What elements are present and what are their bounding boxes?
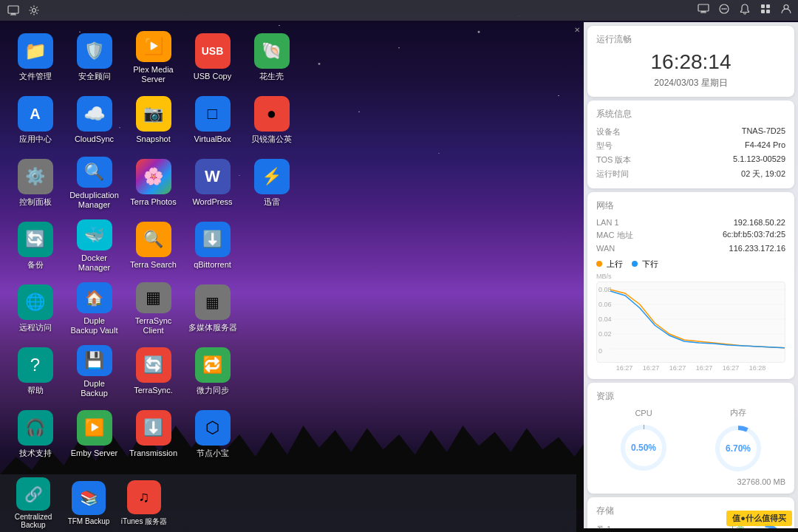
widget-close-button[interactable]: ✕ <box>572 24 582 35</box>
upload-legend: 上行 <box>607 259 623 268</box>
dock: 🔗 Centralized Backup 📚 TFM Backup ♫ iTun… <box>0 474 576 532</box>
storage-info: 卷 1 正常 已用空间 609.35 GB 可用空间 3.03 TB <box>596 523 745 528</box>
clock-title: 运行流畅 <box>596 33 785 46</box>
icons-area: 📁 文件管理 A 应用中心 ⚙️ 控制面板 🔄 备份 🌐 远程访问 ? 帮助 🎧… <box>0 21 576 473</box>
widget-panel: 运行流畅 16:28:14 2024/03/03 星期日 系统信息 设备名 TN… <box>584 22 798 528</box>
svg-rect-13 <box>761 10 765 13</box>
icon-qbittorrent[interactable]: ⬇️ qBittorrent <box>185 216 240 276</box>
taskbar-right <box>576 0 798 21</box>
svg-rect-1 <box>11 13 16 15</box>
icon-terrasync[interactable]: 🔄 TerraSync. <box>126 342 181 401</box>
icon-remote-access[interactable]: 🌐 远程访问 <box>7 279 63 338</box>
icon-wordpress[interactable]: W WordPress <box>185 154 240 213</box>
svg-rect-14 <box>766 10 770 13</box>
svg-rect-5 <box>701 11 706 13</box>
icon-terra-photos[interactable]: 🌸 Terra Photos <box>126 154 181 213</box>
icon-transmission[interactable]: ⬇️ Transmission <box>126 405 181 464</box>
svg-rect-6 <box>700 13 706 13</box>
icon-backup[interactable]: 🔄 备份 <box>7 216 63 276</box>
icon-media-server[interactable]: ▦ 多媒体服务器 <box>185 279 240 338</box>
chart-x-labels: 16:2716:2716:2716:2716:2716:28 <box>596 364 785 372</box>
memory-total: 32768.00 MB <box>596 477 785 486</box>
dock-tfm-backup[interactable]: 📚 TFM Backup <box>63 477 115 529</box>
taskbar-grid-icon[interactable] <box>760 3 771 18</box>
icon-control-panel[interactable]: ⚙️ 控制面板 <box>7 154 63 213</box>
network-widget: 网络 LAN 1 192.168.50.22 MAC 地址 6c:bf:b5:0… <box>587 192 794 379</box>
icon-terrasync-client[interactable]: ▦ TerraSync Client <box>126 279 181 338</box>
icon-usb-copy[interactable]: USB USB Copy <box>185 28 240 87</box>
icon-deduplication[interactable]: 🔍 Deduplication Manager <box>66 154 122 213</box>
icon-emby-server[interactable]: ▶️ Emby Server <box>66 405 122 464</box>
icon-cloudsync[interactable]: ☁️ CloudSync <box>66 91 122 150</box>
svg-rect-2 <box>10 15 16 16</box>
network-legend: 上行 下行 <box>596 259 785 270</box>
dock-itunes[interactable]: ♫ iTunes 服务器 <box>118 477 170 529</box>
resources-title: 资源 <box>596 390 785 403</box>
icon-huashenke[interactable]: 🐚 花生壳 <box>244 28 299 87</box>
system-row-1: 型号 F4-424 Pro <box>596 139 785 153</box>
icon-jiedian[interactable]: ⬡ 节点小宝 <box>185 405 240 464</box>
svg-point-8 <box>722 8 723 10</box>
taskbar-user-icon[interactable] <box>780 3 792 18</box>
download-legend: 下行 <box>642 259 658 268</box>
cpu-resource: CPU 0.50% <box>618 409 669 474</box>
cpu-progress: 0.50% <box>618 422 669 474</box>
system-title: 系统信息 <box>596 108 785 120</box>
svg-point-10 <box>726 8 727 10</box>
icon-app-center[interactable]: A 应用中心 <box>7 91 63 150</box>
taskbar-bell-icon[interactable] <box>739 3 751 18</box>
svg-rect-0 <box>8 6 18 13</box>
icon-beili[interactable]: ● 贝锐蒲公英 <box>244 91 299 150</box>
svg-rect-11 <box>761 4 765 8</box>
svg-point-3 <box>33 9 36 13</box>
chart-unit: MB/s <box>596 273 785 280</box>
network-row-0: LAN 1 192.168.50.22 <box>596 216 785 228</box>
icon-help[interactable]: ? 帮助 <box>7 342 63 401</box>
network-row-1: MAC 地址 6c:bf:b5:03:7d:25 <box>596 228 785 242</box>
clock-date: 2024/03/03 星期日 <box>596 77 785 89</box>
icon-file-manager[interactable]: 📁 文件管理 <box>7 28 63 87</box>
taskbar-chat-icon[interactable] <box>718 3 730 18</box>
system-row-3: 运行时间 02 天, 19:02 <box>596 167 785 181</box>
resources-grid: CPU 0.50% 内存 6.70% <box>596 407 785 474</box>
icon-snapshot[interactable]: 📷 Snapshot <box>126 91 181 150</box>
icon-duple-backup-vault[interactable]: 🏠 Duple Backup Vault <box>66 279 122 338</box>
dock-centralized-backup[interactable]: 🔗 Centralized Backup <box>7 477 59 529</box>
svg-point-9 <box>723 8 725 10</box>
network-chart: 0.08 0.06 0.04 0.02 0 <box>596 282 785 363</box>
taskbar-display-icon[interactable] <box>6 3 21 18</box>
svg-rect-4 <box>698 4 709 11</box>
icon-security[interactable]: 🛡️ 安全顾问 <box>66 28 122 87</box>
taskbar-settings-icon[interactable] <box>27 3 41 18</box>
memory-resource: 内存 6.70% <box>712 407 764 474</box>
icon-tech-support[interactable]: 🎧 技术支持 <box>7 405 63 464</box>
icon-xunlei[interactable]: ⚡ 迅雷 <box>244 154 299 213</box>
memory-progress: 6.70% <box>712 423 764 474</box>
resources-widget: 资源 CPU 0.50% 内存 <box>587 383 794 494</box>
taskbar <box>0 0 576 21</box>
icon-docker-manager[interactable]: 🐳 Docker Manager <box>66 216 122 276</box>
taskbar-monitor-icon[interactable] <box>698 3 709 18</box>
icon-duple-backup[interactable]: 💾 Duple Backup <box>66 342 122 401</box>
network-row-2: WAN 116.233.172.16 <box>596 242 785 254</box>
watermark: 值●什么值得买 <box>726 511 792 526</box>
clock-time: 16:28:14 <box>596 50 785 74</box>
system-info-widget: 系统信息 设备名 TNAS-7D25 型号 F4-424 Pro TOS 版本 … <box>587 100 794 188</box>
clock-widget: 运行流畅 16:28:14 2024/03/03 星期日 <box>587 26 794 97</box>
icon-plex-media[interactable]: ▶️ Plex Media Server <box>126 28 181 87</box>
icon-terra-search[interactable]: 🔍 Terra Search <box>126 216 181 276</box>
network-title: 网络 <box>596 200 785 212</box>
system-row-2: TOS 版本 5.1.123-00529 <box>596 153 785 167</box>
system-row-0: 设备名 TNAS-7D25 <box>596 125 785 139</box>
icon-virtualbox[interactable]: □ VirtualBox <box>185 91 240 150</box>
icon-weixin-sync[interactable]: 🔁 微力同步 <box>185 342 240 401</box>
svg-rect-12 <box>766 4 770 8</box>
